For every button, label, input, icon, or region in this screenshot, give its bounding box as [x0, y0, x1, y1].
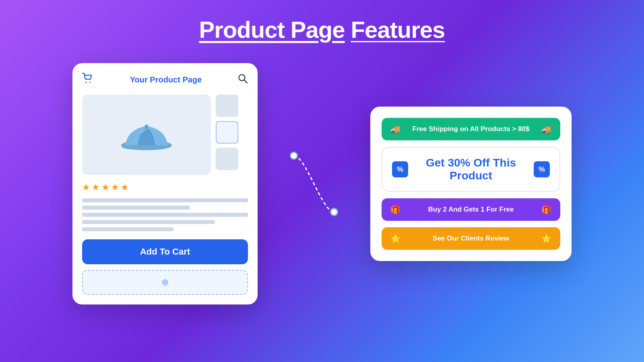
- percent-icon-left: %: [397, 165, 403, 174]
- svg-point-6: [290, 152, 297, 159]
- discount-icon-left: %: [392, 161, 408, 177]
- page-title: Product Page Features: [199, 16, 445, 43]
- gift-icon-left: 🎁: [390, 205, 400, 214]
- thumbnail-1: [216, 95, 238, 117]
- star-3: ★: [101, 182, 109, 193]
- product-main-image: [82, 95, 211, 175]
- svg-point-0: [86, 82, 87, 83]
- text-line-2: [82, 206, 190, 210]
- review-feature-row: ⭐ See Our Clients Review ⭐: [382, 227, 560, 250]
- discount-label: Get 30% Off This Product: [408, 156, 534, 182]
- add-widget-icon: ⊕: [161, 277, 169, 287]
- bogo-feature-row: 🎁 Buy 2 And Gets 1 For Free 🎁: [382, 198, 560, 221]
- connector-area: [290, 123, 338, 244]
- product-image-area: [82, 95, 248, 175]
- text-line-3: [82, 213, 248, 217]
- star-5: ★: [121, 182, 129, 193]
- star-icon-right: ⭐: [541, 234, 551, 243]
- gift-icon-right: 🎁: [541, 205, 551, 214]
- percent-icon-right: %: [539, 165, 545, 174]
- search-icon: [237, 73, 248, 86]
- add-widget-button[interactable]: ⊕: [82, 270, 248, 295]
- mock-header-title: Your Product Page: [130, 75, 202, 84]
- svg-point-7: [330, 208, 338, 216]
- add-to-cart-button[interactable]: Add To Cart: [82, 239, 248, 264]
- thumbnail-3: [216, 148, 238, 170]
- mock-header: Your Product Page: [82, 73, 248, 86]
- review-label: See Our Clients Review: [400, 234, 541, 243]
- svg-point-5: [145, 125, 149, 128]
- product-thumbnails: [216, 95, 238, 175]
- product-page-mock: Your Product Page: [72, 63, 258, 304]
- star-icon-left: ⭐: [390, 234, 400, 243]
- connector-svg: [290, 123, 338, 244]
- text-line-1: [82, 198, 248, 202]
- discount-icon-right: %: [534, 161, 550, 177]
- text-line-4: [82, 220, 215, 224]
- svg-point-1: [90, 82, 91, 83]
- bogo-label: Buy 2 And Gets 1 For Free: [400, 206, 541, 214]
- star-4: ★: [111, 182, 119, 193]
- text-lines: [82, 198, 248, 231]
- svg-line-3: [244, 80, 247, 83]
- cart-icon: [82, 73, 94, 86]
- shipping-feature-row: 🚚 Free Shipping on All Products > 80$ 🚚: [382, 118, 560, 140]
- discount-feature-row: % Get 30% Off This Product %: [382, 147, 560, 192]
- thumbnail-2: [216, 121, 238, 144]
- star-1: ★: [82, 182, 90, 193]
- shipping-label: Free Shipping on All Products > 80$: [400, 125, 541, 133]
- hat-illustration: [118, 115, 175, 155]
- shipping-icon-left: 🚚: [390, 124, 400, 134]
- main-content: Your Product Page: [0, 63, 644, 304]
- features-panel: 🚚 Free Shipping on All Products > 80$ 🚚 …: [370, 107, 572, 261]
- stars-row: ★ ★ ★ ★ ★: [82, 182, 248, 193]
- star-2: ★: [92, 182, 100, 193]
- text-line-5: [82, 227, 173, 231]
- shipping-icon-right: 🚚: [541, 124, 551, 134]
